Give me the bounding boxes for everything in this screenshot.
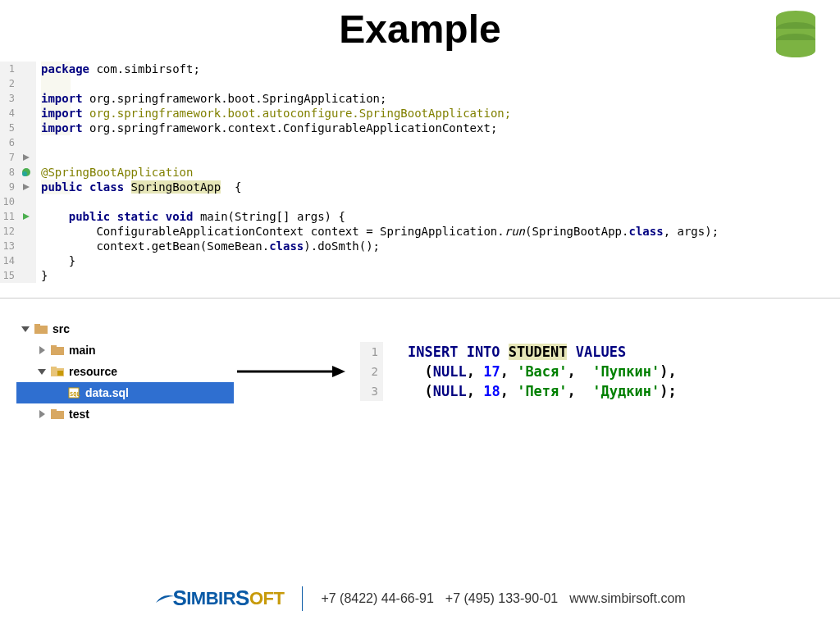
code-line: public static void main(String[] args) { [41, 209, 719, 224]
fold-marker-icon[interactable] [18, 213, 34, 220]
code-line [41, 194, 719, 209]
code-body: package com.simbirsoft; import org.sprin… [36, 62, 719, 283]
svg-marker-14 [38, 369, 46, 375]
svg-rect-22 [51, 409, 57, 412]
code-line [41, 135, 719, 150]
code-line: } [41, 253, 719, 268]
tree-node-main[interactable]: main [16, 340, 234, 361]
lineno: 14 [0, 255, 18, 267]
code-line: import org.springframework.context.Confi… [41, 121, 719, 135]
svg-marker-11 [39, 346, 45, 354]
svg-rect-10 [34, 324, 40, 327]
folder-icon [34, 323, 49, 335]
svg-marker-24 [332, 366, 345, 377]
code-gutter: 1 2 3 4 5 6 7 8 9 10 11 12 13 14 15 [0, 62, 36, 283]
svg-rect-17 [57, 371, 63, 376]
lineno: 10 [0, 196, 18, 207]
sql-file-icon: SQL [67, 387, 82, 399]
lineno: 1 [0, 63, 18, 75]
database-icon [771, 8, 820, 57]
lineno: 2 [360, 362, 383, 381]
code-line [41, 76, 719, 91]
code-line: public class SpringBootApp { [41, 180, 719, 194]
svg-point-5 [22, 171, 27, 176]
website-url: www.simbirsoft.com [569, 591, 685, 606]
simbirsoft-logo: SIMBIRSOFT [154, 586, 284, 611]
phone-1: +7 (8422) 44-66-91 [321, 591, 433, 606]
lineno: 12 [0, 226, 18, 237]
footer: SIMBIRSOFT +7 (8422) 44-66-91 +7 (495) 1… [0, 586, 840, 611]
vertical-divider [302, 586, 303, 611]
sql-line: (NULL, 17, 'Вася', 'Пупкин'), [408, 362, 677, 381]
code-line: context.getBean(SomeBean.class).doSmth()… [41, 239, 719, 253]
sql-line: (NULL, 18, 'Петя', 'Дудкин'); [408, 381, 677, 401]
svg-rect-13 [51, 345, 57, 349]
lineno: 5 [0, 122, 18, 134]
code-line: } [41, 268, 719, 283]
lineno: 4 [0, 107, 18, 119]
svg-marker-7 [23, 213, 30, 220]
tree-label: test [69, 408, 89, 421]
java-code-editor: 1 2 3 4 5 6 7 8 9 10 11 12 13 14 15 pack… [0, 62, 820, 283]
tree-label: data.sql [85, 386, 129, 399]
svg-marker-20 [39, 410, 45, 418]
fold-marker-icon[interactable] [18, 154, 34, 161]
horizontal-divider [0, 298, 840, 299]
run-marker-icon[interactable] [18, 167, 34, 177]
lineno: 9 [0, 181, 18, 193]
tree-label: main [69, 344, 96, 357]
lineno: 8 [0, 166, 18, 178]
svg-marker-8 [21, 326, 30, 332]
lineno: 1 [360, 342, 383, 362]
lineno: 7 [0, 152, 18, 163]
lineno: 3 [0, 93, 18, 104]
code-line: @SpringBootApplication [41, 165, 719, 180]
tree-label: resource [69, 365, 117, 378]
code-line: ConfigurableApplicationContext context =… [41, 224, 719, 239]
lineno: 11 [0, 211, 18, 222]
lineno: 15 [0, 270, 18, 281]
code-line: package com.simbirsoft; [41, 62, 719, 76]
chevron-down-icon[interactable] [36, 367, 48, 376]
tree-node-resource[interactable]: resource [16, 361, 234, 382]
tree-node-datasql[interactable]: SQL data.sql [16, 382, 234, 403]
sql-editor: 1 2 3 INSERT INTO STUDENT VALUES (NULL, … [360, 342, 677, 401]
chevron-down-icon[interactable] [20, 325, 31, 333]
sql-gutter: 1 2 3 [360, 342, 383, 401]
tree-node-test[interactable]: test [16, 403, 234, 425]
slide-title: Example [0, 0, 840, 52]
tree-node-src[interactable]: src [16, 318, 234, 340]
code-line: import org.springframework.boot.SpringAp… [41, 91, 719, 106]
lineno: 2 [0, 78, 18, 89]
tree-label: src [52, 322, 70, 335]
code-line [41, 150, 719, 165]
folder-icon [51, 344, 66, 356]
resource-folder-icon [51, 366, 66, 377]
svg-marker-3 [23, 154, 30, 161]
lineno: 13 [0, 240, 18, 252]
fold-marker-icon[interactable] [18, 184, 34, 190]
arrow-icon [235, 359, 350, 384]
svg-marker-6 [23, 184, 30, 190]
project-tree: src main resource SQL data.sql test [16, 318, 234, 425]
code-line: import org.springframework.boot.autoconf… [41, 106, 719, 121]
chevron-right-icon[interactable] [36, 410, 48, 418]
phone-2: +7 (495) 133-90-01 [445, 591, 558, 606]
svg-text:SQL: SQL [70, 391, 80, 398]
sql-body: INSERT INTO STUDENT VALUES (NULL, 17, 'В… [383, 342, 677, 401]
svg-rect-16 [51, 367, 57, 370]
folder-icon [51, 408, 66, 420]
sql-line: INSERT INTO STUDENT VALUES [408, 342, 677, 362]
lineno: 6 [0, 137, 18, 148]
lineno: 3 [360, 381, 383, 401]
chevron-right-icon[interactable] [36, 346, 48, 354]
